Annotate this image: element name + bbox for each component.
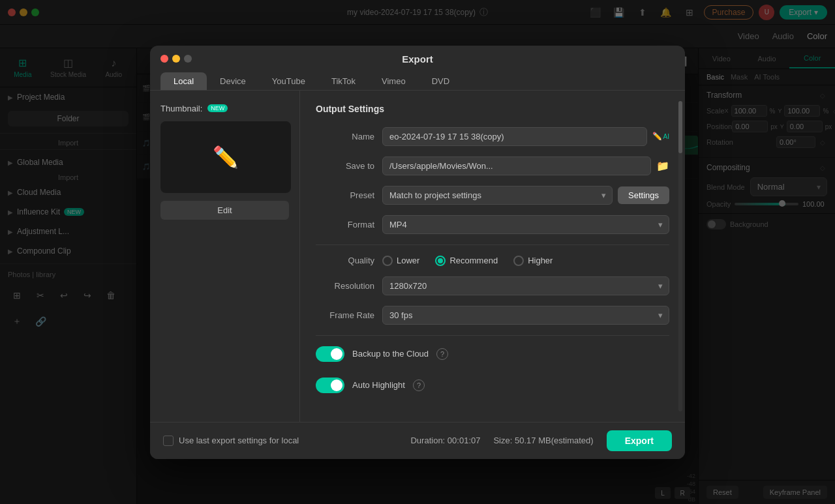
quality-row: Quality Lower Recommend xyxy=(316,256,669,266)
quality-control: Lower Recommend Higher xyxy=(382,256,669,266)
resolution-label: Resolution xyxy=(316,281,374,291)
thumbnail-text: Thumbnail: xyxy=(160,104,202,113)
preset-label: Preset xyxy=(316,190,374,200)
form-divider xyxy=(316,245,669,245)
duration-stat: Duration: 00:01:07 xyxy=(410,436,480,445)
size-stat: Size: 50.17 MB(estimated) xyxy=(493,436,593,445)
modal-footer: Use last export settings for local Durat… xyxy=(150,422,685,459)
modal-tabs: Local Device YouTube TikTok Vimeo DVD xyxy=(150,68,685,91)
save-to-label: Save to xyxy=(316,161,374,171)
quality-lower[interactable]: Lower xyxy=(382,256,419,266)
modal-tab-dvd[interactable]: DVD xyxy=(419,72,463,90)
preset-row: Preset Match to project settings Setting… xyxy=(316,186,669,205)
higher-label: Higher xyxy=(528,256,553,265)
auto-highlight-row: Auto Highlight ? xyxy=(316,378,669,393)
name-row: Name ✏️ AI xyxy=(316,127,669,146)
quality-label: Quality xyxy=(316,256,374,265)
name-input[interactable] xyxy=(382,127,647,146)
modal-tab-vimeo[interactable]: Vimeo xyxy=(369,72,419,90)
backup-row: Backup to the Cloud ? xyxy=(316,346,669,362)
format-control: MP4 xyxy=(382,215,669,234)
save-to-folder-icon[interactable]: 📁 xyxy=(656,160,669,172)
use-last-settings-label: Use last export settings for local xyxy=(179,436,299,445)
format-label: Format xyxy=(316,220,374,230)
format-select[interactable]: MP4 xyxy=(382,215,669,234)
name-control: ✏️ AI xyxy=(382,127,669,146)
backup-toggle[interactable] xyxy=(316,346,344,362)
save-to-row: Save to 📁 xyxy=(316,156,669,175)
save-to-input[interactable] xyxy=(382,156,651,175)
modal-minimize[interactable] xyxy=(172,55,180,63)
modal-title-bar: Export xyxy=(150,46,685,68)
thumbnail-new-badge: NEW xyxy=(207,104,228,112)
frame-rate-select[interactable]: 30 fps xyxy=(382,306,669,325)
preset-control: Match to project settings Settings xyxy=(382,186,669,205)
settings-button[interactable]: Settings xyxy=(618,186,669,204)
modal-right: Output Settings Name ✏️ AI Save to xyxy=(300,91,685,422)
save-to-control: 📁 xyxy=(382,156,669,175)
frame-rate-label: Frame Rate xyxy=(316,310,374,320)
modal-close[interactable] xyxy=(160,55,168,63)
form-divider2 xyxy=(316,335,669,336)
modal-body: Thumbnail: NEW ✏️ Edit Output Settings N… xyxy=(150,91,685,422)
modal-tab-youtube[interactable]: YouTube xyxy=(259,72,318,90)
modal-tab-device[interactable]: Device xyxy=(207,72,259,90)
footer-info: Duration: 00:01:07 Size: 50.17 MB(estima… xyxy=(410,430,672,451)
backup-help-icon[interactable]: ? xyxy=(436,348,448,360)
frame-rate-row: Frame Rate 30 fps xyxy=(316,306,669,325)
modal-left: Thumbnail: NEW ✏️ Edit xyxy=(150,91,300,422)
ai-button[interactable]: ✏️ AI xyxy=(652,132,669,141)
export-final-button[interactable]: Export xyxy=(607,430,672,451)
thumbnail-preview: ✏️ xyxy=(160,121,291,193)
name-label: Name xyxy=(316,132,374,141)
scrollbar-thumb xyxy=(678,101,682,153)
use-last-settings-checkbox[interactable] xyxy=(163,436,174,446)
preset-select[interactable]: Match to project settings xyxy=(382,186,613,205)
pencil-icon: ✏️ xyxy=(213,145,239,170)
edit-button[interactable]: Edit xyxy=(160,201,289,220)
auto-highlight-label: Auto Highlight xyxy=(352,380,405,390)
modal-maximize[interactable] xyxy=(184,55,192,63)
quality-higher[interactable]: Higher xyxy=(513,256,553,266)
output-settings-title: Output Settings xyxy=(316,104,669,114)
format-row: Format MP4 xyxy=(316,215,669,234)
resolution-select[interactable]: 1280x720 xyxy=(382,276,669,295)
thumbnail-label-area: Thumbnail: NEW xyxy=(160,104,289,113)
recommend-label: Recommend xyxy=(449,256,498,265)
resolution-row: Resolution 1280x720 xyxy=(316,276,669,295)
use-last-settings-row: Use last export settings for local xyxy=(163,436,299,446)
modal-scrollbar[interactable] xyxy=(678,101,682,411)
auto-highlight-help-icon[interactable]: ? xyxy=(413,379,425,391)
modal-title: Export xyxy=(160,53,675,65)
quality-recommend[interactable]: Recommend xyxy=(435,256,498,266)
modal-overlay: Export Local Device YouTube TikTok Vimeo… xyxy=(0,0,835,504)
auto-highlight-toggle[interactable] xyxy=(316,378,344,393)
modal-tab-tiktok[interactable]: TikTok xyxy=(318,72,369,90)
quality-options: Lower Recommend Higher xyxy=(382,256,553,266)
resolution-control: 1280x720 xyxy=(382,276,669,295)
lower-label: Lower xyxy=(397,256,419,265)
export-modal: Export Local Device YouTube TikTok Vimeo… xyxy=(150,46,685,459)
frame-rate-control: 30 fps xyxy=(382,306,669,325)
modal-tab-local[interactable]: Local xyxy=(160,72,207,90)
backup-label: Backup to the Cloud xyxy=(352,349,429,359)
modal-traffic-lights xyxy=(160,55,192,63)
